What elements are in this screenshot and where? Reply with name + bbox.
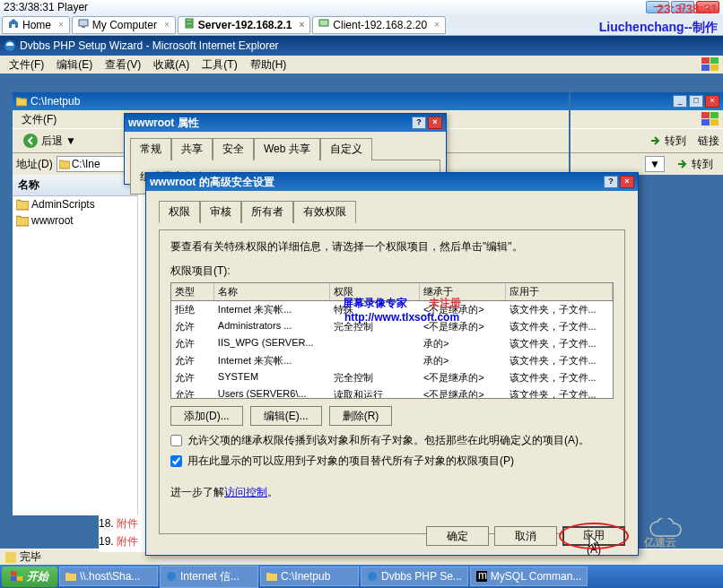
goto-button-2[interactable]: 转到 <box>670 154 719 174</box>
menu-help[interactable]: 帮助(H) <box>245 56 292 74</box>
tab-close-icon[interactable]: × <box>164 20 170 30</box>
tab-close-icon[interactable]: × <box>300 20 305 30</box>
help-button[interactable]: ? <box>604 176 618 188</box>
ie-icon <box>4 39 16 52</box>
folder-label: AdminScripts <box>31 198 95 211</box>
tab-mycomputer[interactable]: My Computer × <box>72 16 176 34</box>
taskbar-item[interactable]: \\.host\Sha... <box>59 566 158 586</box>
taskbar-item[interactable]: Internet 信... <box>160 566 258 588</box>
svg-rect-10 <box>710 65 719 71</box>
address-label: 地址(D) <box>16 157 53 172</box>
table-row[interactable]: 允许IIS_WPG (SERVER...承的>该文件夹，子文件... <box>171 335 613 352</box>
dialog-title: wwwroot 的高级安全设置 <box>150 175 274 190</box>
goto-button[interactable]: 转到 <box>643 131 693 151</box>
line-18: 18. 附件 <box>99 516 152 532</box>
properties-titlebar[interactable]: wwwroot 属性 ? × <box>125 114 446 132</box>
computer-icon <box>78 18 89 31</box>
minimize-button[interactable]: _ <box>673 95 687 108</box>
menu-tools[interactable]: 工具(T) <box>196 56 242 74</box>
taskbar: 开始 \\.host\Sha... Internet 信... C:\Inetp… <box>0 565 723 588</box>
folder-list-panel: 名称 AdminScripts wwwroot <box>13 175 138 515</box>
player-titlebar: 23:3/38:31 Player — □ × <box>0 0 723 14</box>
replace-checkbox[interactable] <box>170 455 182 467</box>
inherit-label: 允许父项的继承权限传播到该对象和所有子对象。包括那些在此明确定义的项目(A)。 <box>187 433 589 448</box>
col-apply[interactable]: 应用于 <box>506 283 614 300</box>
menu-edit[interactable]: 编辑(E) <box>51 56 98 74</box>
add-button[interactable]: 添加(D)... <box>170 406 243 426</box>
advanced-security-dialog: wwwroot 的高级安全设置 ? × 权限 审核 所有者 有效权限 要查看有关… <box>145 172 639 556</box>
tab-home[interactable]: Home × <box>2 16 70 34</box>
tab-general[interactable]: 常规 <box>130 138 171 160</box>
svg-rect-3 <box>186 22 193 25</box>
cancel-button[interactable]: 取消 <box>494 526 557 546</box>
tab-label: My Computer <box>92 19 157 31</box>
permissions-table[interactable]: 类型 名称 权限 继承于 应用于 拒绝Internet 来宾帐...特殊<不是继… <box>170 282 614 399</box>
tab-server[interactable]: Server-192.168.2.1 × <box>178 16 311 34</box>
tab-owner[interactable]: 所有者 <box>241 201 293 223</box>
ok-button[interactable]: 确定 <box>426 526 489 546</box>
folder-label: wwwroot <box>31 214 74 227</box>
menu-file[interactable]: 文件(F) <box>16 110 62 129</box>
tab-auditing[interactable]: 审核 <box>200 201 241 223</box>
dialog-title: wwwroot 属性 <box>128 116 199 131</box>
remove-button[interactable]: 删除(R) <box>329 406 393 426</box>
back-button[interactable]: 后退 ▼ <box>16 131 83 151</box>
tab-security[interactable]: 安全 <box>213 138 254 160</box>
server-icon <box>184 18 195 31</box>
svg-rect-19 <box>11 576 16 581</box>
inherit-checkbox[interactable] <box>170 435 182 446</box>
table-row[interactable]: 允许Internet 来宾帐...承的>该文件夹，子文件... <box>171 352 613 369</box>
menu-favorites[interactable]: 收藏(A) <box>148 56 195 74</box>
svg-point-11 <box>23 134 38 148</box>
tab-client[interactable]: Client-192.168.2.20 × <box>312 16 446 34</box>
table-row[interactable]: 允许SYSTEM完全控制<不是继承的>该文件夹，子文件... <box>171 369 613 386</box>
table-row[interactable]: 允许Administrators ...完全控制<不是继承的>该文件夹，子文件.… <box>171 318 613 335</box>
close-button[interactable]: × <box>705 95 719 108</box>
svg-rect-1 <box>82 26 85 28</box>
tab-websharing[interactable]: Web 共享 <box>254 138 320 160</box>
goto-label: 转到 <box>692 157 713 172</box>
edit-button[interactable]: 编辑(E)... <box>250 406 322 426</box>
tab-label: Server-192.168.2.1 <box>198 19 292 31</box>
access-control-link[interactable]: 访问控制 <box>224 486 267 498</box>
adv-titlebar[interactable]: wwwroot 的高级安全设置 ? × <box>146 173 638 191</box>
maximize-button[interactable]: □ <box>689 95 703 108</box>
tab-permissions[interactable]: 权限 <box>159 201 200 223</box>
address-value[interactable]: C:\Ine <box>72 158 100 170</box>
folder-wwwroot[interactable]: wwwroot <box>13 212 137 229</box>
taskbar-item[interactable]: myMySQL Comman... <box>470 566 588 586</box>
list-label: 权限项目(T): <box>170 264 614 279</box>
taskbar-item[interactable]: Dvbbs PHP Se... <box>361 566 468 586</box>
taskbar-item[interactable]: C:\Inetpub <box>260 566 359 586</box>
client-icon <box>318 18 329 31</box>
col-perm[interactable]: 权限 <box>330 283 420 300</box>
player-title: 23:3/38:31 Player <box>4 1 88 13</box>
svg-rect-7 <box>701 57 710 64</box>
name-column-header[interactable]: 名称 <box>13 175 137 196</box>
close-button[interactable]: × <box>620 176 634 188</box>
table-row[interactable]: 拒绝Internet 来宾帐...特殊<不是继承的>该文件夹，子文件... <box>171 301 613 318</box>
table-row[interactable]: 允许Users (SERVER6\...读取和运行<不是继承的>该文件夹，子文件… <box>171 386 613 399</box>
links-label[interactable]: 链接 <box>698 134 719 149</box>
browser-menubar: 文件(F) 编辑(E) 查看(V) 收藏(A) 工具(T) 帮助(H) <box>0 56 723 74</box>
menu-file[interactable]: 文件(F) <box>4 56 49 74</box>
col-name[interactable]: 名称 <box>214 283 330 300</box>
svg-rect-14 <box>701 119 710 125</box>
tab-effective[interactable]: 有效权限 <box>293 201 356 223</box>
help-button[interactable]: ? <box>412 117 426 129</box>
replace-label: 用在此显示的可以应用到子对象的项目替代所有子对象的权限项目(P) <box>187 454 514 469</box>
folder-adminscripts[interactable]: AdminScripts <box>13 196 137 212</box>
start-button[interactable]: 开始 <box>2 566 57 587</box>
svg-rect-8 <box>710 57 719 64</box>
apply-button[interactable]: 应用(A) <box>562 526 625 546</box>
tab-customize[interactable]: 自定义 <box>320 138 372 160</box>
menu-view[interactable]: 查看(V) <box>100 56 146 74</box>
close-button[interactable]: × <box>428 117 442 129</box>
tab-close-icon[interactable]: × <box>434 20 440 30</box>
col-type[interactable]: 类型 <box>171 283 214 300</box>
tab-close-icon[interactable]: × <box>58 20 64 30</box>
tab-sharing[interactable]: 共享 <box>171 138 213 160</box>
col-inherit[interactable]: 继承于 <box>420 283 506 300</box>
folder-icon <box>59 159 70 169</box>
start-label: 开始 <box>27 569 48 584</box>
